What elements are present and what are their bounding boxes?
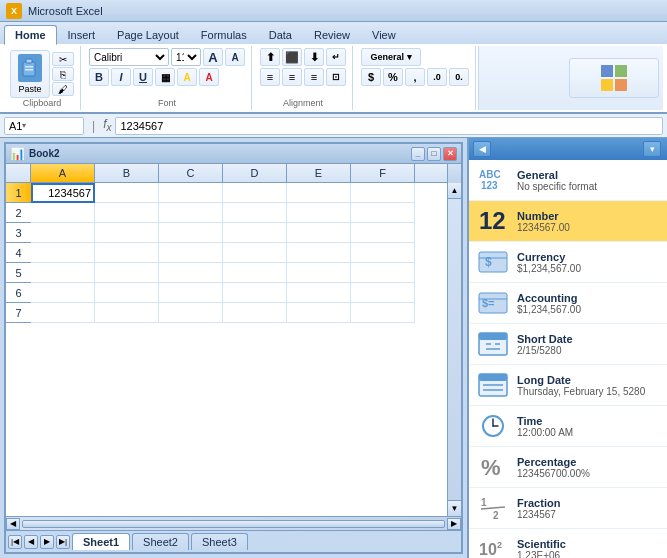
scroll-up-button[interactable]: ▲ — [448, 183, 461, 199]
col-header-b[interactable]: B — [95, 164, 159, 182]
cell-e3[interactable] — [287, 223, 351, 243]
cell-d2[interactable] — [223, 203, 287, 223]
cell-a7[interactable] — [31, 303, 95, 323]
cell-f5[interactable] — [351, 263, 415, 283]
format-painter-button[interactable]: 🖌 — [52, 82, 74, 96]
italic-button[interactable]: I — [111, 68, 131, 86]
sheet-nav-next[interactable]: ▶ — [40, 535, 54, 549]
font-face-select[interactable]: Calibri — [89, 48, 169, 66]
col-header-a[interactable]: A — [31, 164, 95, 182]
cell-b2[interactable] — [95, 203, 159, 223]
row-header-4[interactable]: 4 — [6, 243, 31, 263]
minimize-button[interactable]: _ — [411, 147, 425, 161]
cell-c1[interactable] — [159, 183, 223, 203]
decrease-decimal-button[interactable]: 0. — [449, 68, 469, 86]
sheet-nav-first[interactable]: |◀ — [8, 535, 22, 549]
align-center-button[interactable]: ≡ — [282, 68, 302, 86]
row-header-5[interactable]: 5 — [6, 263, 31, 283]
restore-button[interactable]: □ — [427, 147, 441, 161]
col-header-f[interactable]: F — [351, 164, 415, 182]
general-format-button[interactable]: General ▾ — [361, 48, 421, 66]
cell-b5[interactable] — [95, 263, 159, 283]
font-color-button[interactable]: A — [199, 68, 219, 86]
align-middle-button[interactable]: ⬛ — [282, 48, 302, 66]
wrap-text-button[interactable]: ↵ — [326, 48, 346, 66]
cell-e7[interactable] — [287, 303, 351, 323]
cell-a4[interactable] — [31, 243, 95, 263]
format-item-general[interactable]: ABC 123 General No specific format — [469, 160, 667, 201]
tab-formulas[interactable]: Formulas — [190, 25, 258, 44]
cell-c5[interactable] — [159, 263, 223, 283]
sheet-tab-1[interactable]: Sheet1 — [72, 533, 130, 550]
increase-decimal-button[interactable]: .0 — [427, 68, 447, 86]
row-header-6[interactable]: 6 — [6, 283, 31, 303]
tab-home[interactable]: Home — [4, 25, 57, 45]
cell-e1[interactable] — [287, 183, 351, 203]
sheet-nav-last[interactable]: ▶| — [56, 535, 70, 549]
cell-e6[interactable] — [287, 283, 351, 303]
col-header-d[interactable]: D — [223, 164, 287, 182]
cell-a6[interactable] — [31, 283, 95, 303]
align-bottom-button[interactable]: ⬇ — [304, 48, 324, 66]
format-header-expand-button[interactable]: ◀ — [473, 141, 491, 157]
row-header-1[interactable]: 1 — [6, 183, 31, 203]
align-right-button[interactable]: ≡ — [304, 68, 324, 86]
sheet-tab-2[interactable]: Sheet2 — [132, 533, 189, 550]
cell-c2[interactable] — [159, 203, 223, 223]
cell-e5[interactable] — [287, 263, 351, 283]
format-item-accounting[interactable]: $= Accounting $1,234,567.00 — [469, 283, 667, 324]
cell-e4[interactable] — [287, 243, 351, 263]
cell-a3[interactable] — [31, 223, 95, 243]
format-item-percentage[interactable]: % Percentage 123456700.00% — [469, 447, 667, 488]
copy-button[interactable]: ⎘ — [52, 67, 74, 81]
underline-button[interactable]: U — [133, 68, 153, 86]
close-button[interactable]: ✕ — [443, 147, 457, 161]
cell-c7[interactable] — [159, 303, 223, 323]
format-as-table-button[interactable] — [569, 58, 659, 98]
currency-button[interactable]: $ — [361, 68, 381, 86]
decrease-font-button[interactable]: A — [225, 48, 245, 66]
merge-button[interactable]: ⊡ — [326, 68, 346, 86]
scroll-right-button[interactable]: ▶ — [447, 518, 461, 530]
row-header-3[interactable]: 3 — [6, 223, 31, 243]
format-item-fraction[interactable]: 1 2 Fraction 1234567 — [469, 488, 667, 529]
cell-f2[interactable] — [351, 203, 415, 223]
cell-d7[interactable] — [223, 303, 287, 323]
sheet-tab-3[interactable]: Sheet3 — [191, 533, 248, 550]
tab-page-layout[interactable]: Page Layout — [106, 25, 190, 44]
cell-a2[interactable] — [31, 203, 95, 223]
col-header-c[interactable]: C — [159, 164, 223, 182]
formula-input[interactable] — [115, 117, 663, 135]
cell-b4[interactable] — [95, 243, 159, 263]
paste-button[interactable]: Paste — [10, 50, 50, 98]
format-item-currency[interactable]: $ Currency $1,234,567.00 — [469, 242, 667, 283]
name-box[interactable]: A1 ▾ — [4, 117, 84, 135]
scroll-down-button[interactable]: ▼ — [448, 500, 461, 516]
cell-f6[interactable] — [351, 283, 415, 303]
fill-color-button[interactable]: A — [177, 68, 197, 86]
format-item-scientific[interactable]: 10 2 Scientific 1.23E+06 — [469, 529, 667, 558]
font-size-select[interactable]: 11 — [171, 48, 201, 66]
vertical-scrollbar[interactable]: ▲ ▼ — [447, 183, 461, 516]
cell-d3[interactable] — [223, 223, 287, 243]
comma-button[interactable]: , — [405, 68, 425, 86]
cell-b7[interactable] — [95, 303, 159, 323]
row-header-2[interactable]: 2 — [6, 203, 31, 223]
align-left-button[interactable]: ≡ — [260, 68, 280, 86]
cell-c6[interactable] — [159, 283, 223, 303]
increase-font-button[interactable]: A — [203, 48, 223, 66]
format-close-button[interactable]: ▾ — [643, 141, 661, 157]
horizontal-scroll-bar[interactable]: ◀ ▶ — [6, 516, 461, 530]
cell-c3[interactable] — [159, 223, 223, 243]
cell-c4[interactable] — [159, 243, 223, 263]
format-item-number[interactable]: 12 Number 1234567.00 — [469, 201, 667, 242]
format-item-long-date[interactable]: Long Date Thursday, February 15, 5280 — [469, 365, 667, 406]
tab-review[interactable]: Review — [303, 25, 361, 44]
tab-view[interactable]: View — [361, 25, 407, 44]
cell-a5[interactable] — [31, 263, 95, 283]
cell-f3[interactable] — [351, 223, 415, 243]
cell-b6[interactable] — [95, 283, 159, 303]
format-item-time[interactable]: Time 12:00:00 AM — [469, 406, 667, 447]
bold-button[interactable]: B — [89, 68, 109, 86]
cell-f4[interactable] — [351, 243, 415, 263]
